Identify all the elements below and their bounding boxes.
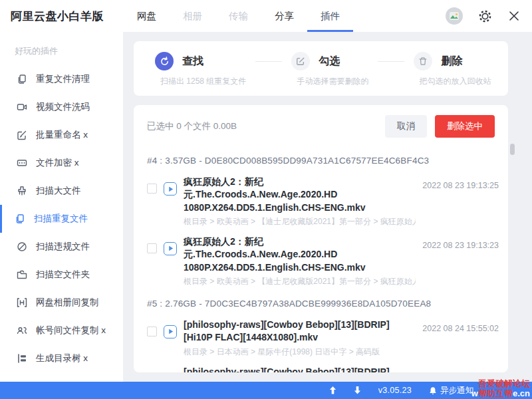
nav-tab-transfer[interactable]: 传输 — [215, 0, 261, 32]
file-path: 根目录 > 欧美动画 > 【迪士尼收藏版2021】第一部分 > 疯狂原始人2：新… — [184, 276, 416, 287]
close-icon[interactable] — [507, 9, 521, 23]
sidebar-item-label: 帐号间文件复制 x — [36, 325, 106, 336]
title-bar: 阿里云盘小白羊版 网盘 相册 传输 分享 插件 — [0, 0, 532, 32]
keypad-icon — [17, 158, 27, 168]
sidebar-item-video-transcode[interactable]: 视频文件洗码 — [0, 93, 123, 121]
sidebar-item-label: 扫描空文件夹 — [36, 269, 90, 281]
file-date: 2022 08 24 15:55:02 — [422, 324, 499, 333]
nav-tab-share[interactable]: 分享 — [261, 0, 307, 32]
video-play-icon[interactable] — [164, 372, 177, 373]
sidebar-item-label: 重复文件清理 — [36, 73, 90, 85]
tree-list-icon — [17, 353, 27, 364]
settings-gear-icon[interactable] — [477, 9, 492, 23]
step-connector — [255, 61, 282, 62]
sidebar-item-duplicate-cleanup[interactable]: 重复文件清理 — [0, 65, 123, 93]
sidebar-item-label: 批量重命名 x — [36, 129, 88, 141]
sidebar-item-account-file-copy[interactable]: 帐号间文件复制 x — [0, 317, 123, 344]
scrollbar-thumb[interactable] — [510, 144, 515, 155]
file-info: [philosophy-raws][Cowboy Bebop][13][BDRI… — [184, 366, 416, 373]
cancel-button[interactable]: 取消 — [385, 115, 427, 138]
sidebar-item-scan-large-files[interactable]: 扫描大文件 — [0, 177, 123, 205]
plugins-sidebar: 好玩的插件 重复文件清理 视频文件洗码 批量重命名 x 文件加密 x 扫描大文件… — [0, 32, 123, 382]
ban-icon — [17, 241, 27, 252]
sidebar-item-label: 扫描重复文件 — [34, 213, 88, 225]
main-nav: 网盘 相册 传输 分享 插件 — [124, 0, 353, 32]
refresh-icon — [155, 52, 174, 70]
nav-tab-plugins[interactable]: 插件 — [307, 0, 353, 32]
sidebar-item-drive-album-copy[interactable]: 网盘相册间复制 — [0, 289, 123, 317]
step-connector — [378, 61, 404, 62]
duplicates-list-card: 已选中 0 个文件 0.00B 取消 删除选中 #4 : 3.57GB - D0… — [134, 105, 508, 372]
step-select: 勾选 手动选择需要删除的 — [291, 52, 368, 87]
sidebar-item-label: 扫描大文件 — [36, 185, 81, 197]
sidebar-item-generate-tree[interactable]: 生成目录树 x — [0, 344, 123, 372]
file-date: 2022 08 23 19:13:25 — [422, 181, 499, 190]
copy-icon — [15, 213, 25, 224]
upload-arrow-icon[interactable] — [329, 386, 336, 394]
file-info: [philosophy-raws][Cowboy Bebop][13][BDRI… — [184, 319, 416, 358]
sidebar-item-label: 文件加密 x — [36, 157, 79, 169]
sidebar-item-label: 扫描违规文件 — [36, 241, 90, 253]
selection-summary: 已选中 0 个文件 0.00B — [147, 120, 237, 132]
file-row[interactable]: 疯狂原始人2：新纪元.The.Croods.A.New.Age.2020.HD … — [134, 170, 508, 229]
users-icon — [17, 325, 27, 336]
avatar-photo-icon — [448, 10, 460, 22]
step-delete: 删除 把勾选的放入回收站 — [414, 52, 491, 87]
video-play-icon[interactable] — [164, 325, 177, 338]
download-arrow-icon[interactable] — [354, 386, 361, 394]
delete-selected-button[interactable]: 删除选中 — [435, 115, 495, 138]
sidebar-header: 好玩的插件 — [0, 40, 123, 65]
step-label: 勾选 — [319, 55, 340, 68]
sidebar-item-scan-violations[interactable]: 扫描违规文件 — [0, 233, 123, 261]
sidebar-item-scan-duplicates[interactable]: 扫描重复文件 — [0, 205, 123, 233]
file-row[interactable]: [philosophy-raws][Cowboy Bebop][13][BDRI… — [134, 313, 508, 360]
file-row[interactable]: [philosophy-raws][Cowboy Bebop][13][BDRI… — [134, 360, 508, 373]
sidebar-item-scan-empty-folders[interactable]: 扫描空文件夹 — [0, 261, 123, 289]
sidebar-item-file-encrypt[interactable]: 文件加密 x — [0, 149, 123, 177]
avatar[interactable] — [446, 7, 463, 25]
trash-icon — [414, 52, 432, 70]
step-label: 查找 — [182, 55, 203, 68]
plugin-content: 查找 扫描出 1258 组重复文件 勾选 手动选择需要删除的 — [123, 32, 532, 382]
step-find: 查找 扫描出 1258 组重复文件 — [155, 52, 246, 87]
file-name: 疯狂原始人2：新纪元.The.Croods.A.New.Age.2020.HD … — [184, 235, 416, 274]
version-label: v3.05.23 — [378, 386, 412, 395]
file-checkbox[interactable] — [147, 243, 157, 253]
file-name: 疯狂原始人2：新纪元.The.Croods.A.New.Age.2020.HD … — [184, 176, 416, 214]
copy-icon — [17, 74, 27, 84]
nav-tab-album[interactable]: 相册 — [170, 0, 215, 32]
file-info: 疯狂原始人2：新纪元.The.Croods.A.New.Age.2020.HD … — [184, 235, 416, 287]
step-desc: 扫描出 1258 组重复文件 — [160, 76, 246, 87]
status-bar: v3.05.23 异步通知 — [0, 382, 532, 399]
file-date: 2022 08 23 22:13:39 — [422, 371, 499, 373]
video-play-icon[interactable] — [164, 182, 177, 196]
bell-icon — [429, 386, 437, 395]
steps-card: 查找 扫描出 1258 组重复文件 勾选 手动选择需要删除的 — [134, 41, 508, 96]
duplicate-group-header: #4 : 3.57GB - D0E80CD008B595DD99A731A1C6… — [134, 146, 508, 170]
file-name: [philosophy-raws][Cowboy Bebop][13][BDRI… — [184, 366, 416, 373]
sidebar-item-label: 视频文件洗码 — [36, 101, 90, 113]
video-play-icon[interactable] — [164, 242, 177, 255]
file-info: 疯狂原始人2：新纪元.The.Croods.A.New.Age.2020.HD … — [184, 176, 416, 227]
sidebar-item-batch-rename[interactable]: 批量重命名 x — [0, 121, 123, 149]
sidebar-item-label: 网盘相册间复制 — [36, 297, 99, 309]
file-path: 根目录 > 欧美动画 > 【迪士尼收藏版2021】第一部分 > 疯狂原始人2：新… — [184, 216, 416, 227]
file-row[interactable]: 疯狂原始人2：新纪元.The.Croods.A.New.Age.2020.HD … — [134, 229, 508, 289]
header-actions — [446, 0, 521, 32]
empty-folder-icon — [17, 269, 27, 280]
video-camera-icon — [17, 102, 27, 112]
app-title: 阿里云盘小白羊版 — [11, 9, 104, 24]
app-window: 阿里云盘小白羊版 网盘 相册 传输 分享 插件 — [0, 0, 532, 399]
step-desc: 把勾选的放入回收站 — [419, 76, 491, 87]
file-date: 2022 08 23 19:13:23 — [422, 241, 499, 250]
edit-icon — [17, 130, 27, 140]
step-label: 删除 — [441, 55, 462, 68]
sync-notify-button[interactable]: 异步通知 — [429, 385, 473, 396]
step-desc: 手动选择需要删除的 — [297, 76, 368, 87]
file-name: [philosophy-raws][Cowboy Bebop][13][BDRI… — [184, 319, 416, 344]
file-checkbox[interactable] — [147, 327, 157, 336]
selection-bar: 已选中 0 个文件 0.00B 取消 删除选中 — [134, 105, 508, 146]
brush-icon — [17, 186, 27, 196]
file-checkbox[interactable] — [147, 184, 157, 194]
nav-tab-drive[interactable]: 网盘 — [124, 0, 170, 32]
